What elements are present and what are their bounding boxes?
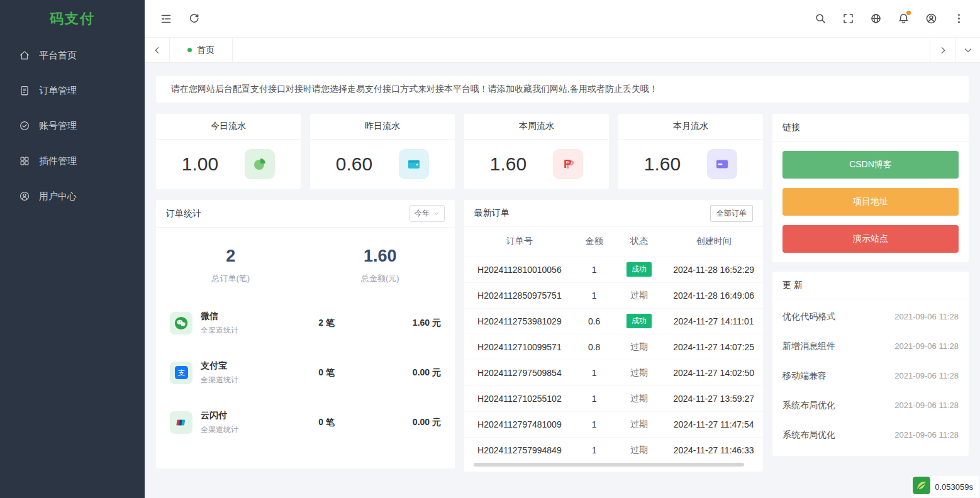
tab-active-dot: [187, 48, 192, 52]
table-row[interactable]: H2024112850975751 1 过期 2024-11-28 16:49:…: [464, 282, 763, 308]
order-stats-panel: 订单统计 今年 2 总订单(笔) 1: [156, 200, 455, 468]
order-id: H2024112753981029: [464, 308, 575, 334]
order-amount: 1: [575, 257, 614, 282]
total-orders-value: 2: [156, 246, 306, 266]
paypal-icon: PP: [553, 149, 583, 179]
project-url-button[interactable]: 项目地址: [782, 188, 959, 216]
refresh-icon[interactable]: [180, 5, 208, 33]
user-icon[interactable]: [917, 5, 945, 33]
order-amount: 1: [575, 282, 614, 308]
order-time: 2024-11-27 11:47:54: [664, 411, 763, 437]
language-globe-icon[interactable]: [862, 5, 889, 33]
order-icon: [19, 85, 30, 96]
order-time: 2024-11-27 14:07:25: [664, 334, 763, 360]
order-status: 成功: [614, 308, 665, 334]
demo-site-button[interactable]: 演示站点: [782, 225, 959, 253]
panel-title: 订单统计: [166, 208, 201, 219]
updates-panel: 更 新 优化代码格式 2021-09-06 11:28 新增消息组件 2021-…: [772, 272, 969, 456]
sidebar-item-user-center[interactable]: 用户中心: [0, 179, 145, 214]
tabs-scroll-right-icon[interactable]: [930, 38, 955, 62]
status-badge: 过期: [630, 341, 648, 353]
more-icon[interactable]: [945, 5, 972, 33]
order-id: H2024112710255102: [464, 385, 575, 411]
update-date: 2021-09-06 11:28: [894, 430, 959, 440]
total-amount-label: 总金额(元): [306, 273, 455, 284]
status-badge: 过期: [630, 419, 648, 430]
order-amount: 1: [575, 360, 614, 385]
tabs-menu-chevron-down-icon[interactable]: [955, 38, 980, 62]
column-header: 创建时间: [664, 227, 763, 257]
channel-amount: 0.00 元: [383, 417, 441, 428]
order-amount: 0.6: [575, 308, 614, 334]
account-icon: [19, 120, 30, 131]
sidebar-item-orders[interactable]: 订单管理: [0, 73, 145, 108]
all-orders-button[interactable]: 全部订单: [710, 205, 753, 222]
panel-title: 最新订单: [474, 208, 509, 219]
home-icon: [19, 50, 30, 61]
channel-name: 微信: [201, 311, 270, 322]
alipay-icon: 支: [170, 362, 192, 384]
tabs-scroll-left-icon[interactable]: [145, 38, 170, 62]
svg-text:P: P: [564, 157, 572, 170]
topbar-right: [806, 5, 972, 33]
table-row[interactable]: H2024112710099571 0.8 过期 2024-11-27 14:0…: [464, 334, 763, 360]
panel-title: 链接: [782, 122, 800, 133]
order-amount: 1: [575, 385, 614, 411]
topbar-left: [152, 5, 208, 33]
order-id: H2024112710099571: [464, 334, 575, 360]
status-badge: 过期: [630, 445, 648, 456]
notification-bell-icon[interactable]: [889, 5, 917, 33]
csdn-blog-button[interactable]: CSDN博客: [782, 151, 959, 179]
stat-value: 0.60: [336, 153, 372, 175]
list-item: 系统布局优化 2021-09-06 11:28: [782, 420, 959, 450]
year-filter-select[interactable]: 今年: [409, 205, 445, 222]
sidebar-item-home[interactable]: 平台首页: [0, 38, 145, 73]
wallet-icon: [399, 149, 429, 179]
table-row[interactable]: H2024112797481009 1 过期 2024-11-27 11:47:…: [464, 411, 763, 437]
pie-chart-icon: [245, 149, 275, 179]
year-filter-value: 今年: [415, 208, 430, 219]
table-row[interactable]: H2024112810010056 1 成功 2024-11-28 16:52:…: [464, 257, 763, 282]
order-id: H2024112850975751: [464, 282, 575, 308]
table-row[interactable]: H2024112710255102 1 过期 2024-11-27 13:59:…: [464, 385, 763, 411]
tab-label: 首页: [197, 45, 214, 56]
column-header: 状态: [614, 227, 665, 257]
list-item: 优化代码格式 2021-09-06 11:28: [782, 302, 959, 331]
table-row[interactable]: H2024112757994849 1 过期 2024-11-27 11:46:…: [464, 437, 763, 463]
update-label: 优化代码格式: [782, 311, 835, 323]
sidebar-item-label: 插件管理: [39, 155, 77, 167]
collapse-menu-icon[interactable]: [152, 5, 180, 33]
channel-subtitle: 全渠道统计: [201, 325, 270, 336]
order-time: 2024-11-27 14:02:50: [664, 360, 763, 385]
fullscreen-icon[interactable]: [834, 5, 862, 33]
order-id: H2024112797481009: [464, 411, 575, 437]
status-badge: 过期: [630, 393, 648, 404]
channel-subtitle: 全渠道统计: [201, 375, 270, 385]
table-row[interactable]: H2024112753981029 0.6 成功 2024-11-27 14:1…: [464, 308, 763, 334]
channel-row-alipay: 支 支付宝 全渠道统计 0 笔 0.00 元: [170, 348, 441, 397]
sidebar-item-plugins[interactable]: 插件管理: [0, 143, 145, 179]
update-date: 2021-09-06 11:28: [894, 312, 959, 321]
sidebar-item-accounts[interactable]: 账号管理: [0, 108, 145, 143]
channel-list: 微信 全渠道统计 2 笔 1.60 元 支: [156, 289, 455, 447]
column-header: 金额: [575, 227, 614, 257]
update-label: 系统布局优化: [782, 400, 835, 411]
total-orders-label: 总订单(笔): [156, 273, 306, 284]
sidebar-item-label: 账号管理: [39, 120, 77, 132]
topbar: [145, 0, 980, 38]
search-icon[interactable]: [806, 5, 834, 33]
channel-subtitle: 全渠道统计: [201, 424, 270, 435]
channel-row-unionpay: 云闪付 全渠道统计 0 笔 0.00 元: [170, 397, 441, 447]
order-time: 2024-11-28 16:52:29: [664, 257, 763, 282]
tab-home[interactable]: 首页: [170, 38, 233, 62]
channel-name: 云闪付: [201, 410, 270, 421]
column-header: 订单号: [464, 227, 575, 257]
tabbar-spacer: [233, 38, 930, 62]
order-time: 2024-11-27 14:11:01: [664, 308, 763, 334]
links-panel: 链接 CSDN博客 项目地址 演示站点: [772, 114, 969, 262]
sidebar-item-label: 订单管理: [39, 85, 77, 97]
table-row[interactable]: H2024112797509854 1 过期 2024-11-27 14:02:…: [464, 360, 763, 385]
stat-title: 本周流水: [464, 114, 609, 140]
tabbar: 首页: [145, 38, 980, 63]
horizontal-scrollbar[interactable]: [474, 463, 744, 467]
